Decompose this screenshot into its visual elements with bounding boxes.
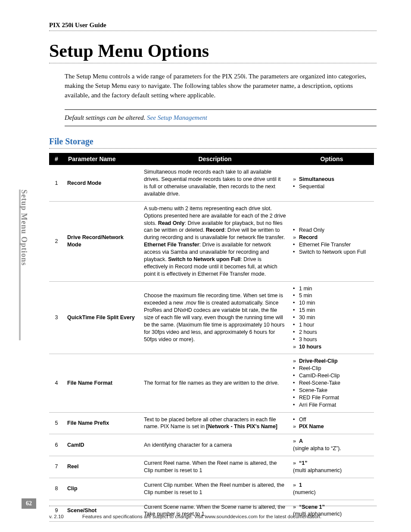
row-description: Text to be placed before all other chara…	[140, 412, 290, 434]
row-description: A sub-menu with 2 items representing eac…	[140, 201, 290, 281]
col-num: #	[49, 153, 64, 165]
note-block: Default settings can be altered. See Set…	[65, 109, 377, 126]
row-param-name: File Name Prefix	[64, 412, 140, 434]
footer: v. 2.10 Features and specifications are …	[49, 514, 377, 519]
option-item: •30 min	[293, 314, 371, 321]
row-options: •Read Only»Record•Ethernet File Transfer…	[290, 201, 374, 281]
table-header-row: # Parameter Name Description Options	[49, 153, 374, 165]
option-item: »10 hours	[293, 343, 371, 351]
row-param-name: File Name Format	[64, 354, 140, 412]
side-tab-label: Setup Menu Options	[19, 190, 28, 266]
row-num: 7	[49, 456, 64, 478]
option-item: »“1”	[293, 460, 371, 467]
title-rule	[49, 63, 377, 63]
row-num: 5	[49, 412, 64, 434]
option-item: •Sequential	[293, 183, 371, 190]
note-plain: Default settings can be altered.	[65, 114, 147, 121]
option-item: (multi alphanumeric)	[293, 467, 371, 474]
footer-rule	[49, 506, 377, 506]
row-param-name: Drive Record/Network Mode	[64, 201, 140, 281]
note-rule-bottom	[65, 126, 377, 126]
intro-paragraph: The Setup Menu controls a wide range of …	[65, 72, 377, 100]
row-num: 6	[49, 434, 64, 456]
side-tab: Setup Menu Options	[19, 190, 33, 345]
row-param-name: Record Mode	[64, 165, 140, 201]
option-item: •Arri File Format	[293, 401, 371, 409]
option-item: •Off	[293, 416, 371, 423]
col-opts: Options	[290, 153, 374, 165]
row-description: Simultaneous mode records each take to a…	[140, 165, 290, 201]
table-row: 5File Name PrefixText to be placed befor…	[49, 412, 374, 434]
option-item: •Reel-Scene-Take	[293, 380, 371, 387]
page-title: Setup Menu Options	[49, 40, 377, 61]
section-rule	[49, 148, 377, 149]
option-item: •RED File Format	[293, 394, 371, 401]
option-item: •Switch to Network upon Full	[293, 249, 371, 256]
row-param-name: QuickTime File Split Every	[64, 281, 140, 354]
row-options: •1 min•5 min•10 min•15 min•30 min•1 hour…	[290, 281, 374, 354]
option-item: •3 hours	[293, 336, 371, 343]
option-item: »Drive-Reel-Clip	[293, 358, 371, 365]
table-row: 4File Name FormatThe format for file nam…	[49, 354, 374, 412]
option-item: »A	[293, 438, 371, 445]
row-description: The format for file names as they are wr…	[140, 354, 290, 412]
option-item: •Ethernet File Transfer	[293, 241, 371, 249]
row-options: •Off»PIX Name	[290, 412, 374, 434]
row-options: »Simultaneous•Sequential	[290, 165, 374, 201]
option-item: •5 min	[293, 292, 371, 299]
row-num: 3	[49, 281, 64, 354]
note-text: Default settings can be altered. See Set…	[65, 110, 377, 126]
section-heading: File Storage	[49, 137, 377, 146]
parameter-table: # Parameter Name Description Options 1Re…	[49, 153, 374, 522]
row-param-name: Clip	[64, 478, 140, 500]
row-description: Choose the maximum file recording time. …	[140, 281, 290, 354]
option-item: •10 min	[293, 299, 371, 307]
row-num: 4	[49, 354, 64, 412]
option-item: •Read Only	[293, 227, 371, 234]
table-row: 2Drive Record/Network ModeA sub-menu wit…	[49, 201, 374, 281]
option-item: •CamID-Reel-Clip	[293, 372, 371, 380]
running-head: PIX 250i User Guide	[49, 22, 377, 29]
table-row: 7ReelCurrent Reel name. When the Reel na…	[49, 456, 374, 478]
row-options: »1(numeric)	[290, 478, 374, 500]
option-item: »Simultaneous	[293, 176, 371, 183]
table-row: 1Record ModeSimultaneous mode records ea…	[49, 165, 374, 201]
option-item: »“Scene 1”	[293, 504, 371, 511]
row-num: 8	[49, 478, 64, 500]
option-item: •1 min	[293, 285, 371, 292]
note-link[interactable]: See Setup Management	[147, 114, 207, 121]
option-item: •Scene-Take	[293, 387, 371, 394]
row-param-name: CamID	[64, 434, 140, 456]
table-row: 8ClipCurrent Clip number. When the Reel …	[49, 478, 374, 500]
page: Setup Menu Options PIX 250i User Guide S…	[0, 0, 411, 532]
option-item: »1	[293, 482, 371, 489]
row-description: Current Reel name. When the Reel name is…	[140, 456, 290, 478]
option-item: (single alpha to “Z”).	[293, 445, 371, 452]
row-num: 1	[49, 165, 64, 201]
col-name: Parameter Name	[64, 153, 140, 165]
row-param-name: Reel	[64, 456, 140, 478]
footer-text: Features and specifications are subject …	[82, 514, 321, 519]
option-item: (numeric)	[293, 489, 371, 496]
option-item: •15 min	[293, 307, 371, 314]
row-options: »“1”(multi alphanumeric)	[290, 456, 374, 478]
row-options: »Drive-Reel-Clip•Reel-Clip•CamID-Reel-Cl…	[290, 354, 374, 412]
option-item: •1 hour	[293, 321, 371, 329]
row-options: »A(single alpha to “Z”).	[290, 434, 374, 456]
row-description: Current Clip number. When the Reel numbe…	[140, 478, 290, 500]
option-item: »PIX Name	[293, 423, 371, 430]
option-item: •Reel-Clip	[293, 365, 371, 372]
col-desc: Description	[140, 153, 290, 165]
table-row: 3QuickTime File Split EveryChoose the ma…	[49, 281, 374, 354]
footer-version: v. 2.10	[49, 514, 64, 519]
table-row: 6CamIDAn identifying character for a cam…	[49, 434, 374, 456]
running-head-rule	[49, 31, 377, 31]
option-item: •2 hours	[293, 329, 371, 336]
row-description: An identifying character for a camera	[140, 434, 290, 456]
row-num: 2	[49, 201, 64, 281]
option-item: »Record	[293, 234, 371, 241]
page-number: 62	[22, 498, 36, 509]
